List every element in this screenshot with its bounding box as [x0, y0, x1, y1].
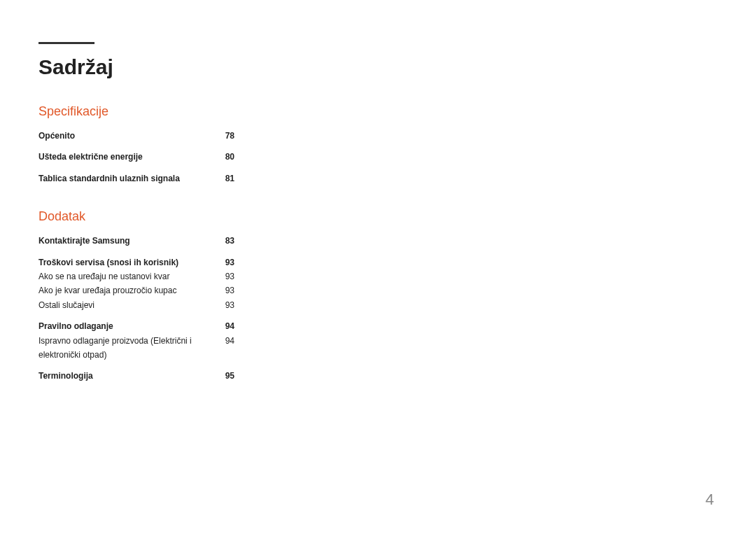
toc-gap [38, 143, 234, 150]
toc-row: Ako je kvar uređaja prouzročio kupac93 [38, 283, 234, 297]
toc-row: Ako se na uređaju ne ustanovi kvar93 [38, 269, 234, 283]
title-rule [38, 42, 94, 44]
section-heading: Specifikacije [38, 104, 718, 119]
toc-page: 81 [220, 171, 234, 185]
toc-page: 95 [220, 369, 234, 383]
toc-page: 93 [220, 298, 234, 312]
toc-label: Kontaktirajte Samsung [38, 234, 220, 248]
toc-gap [38, 164, 234, 171]
toc-row: Općenito78 [38, 129, 234, 143]
toc-label: Pravilno odlaganje [38, 319, 220, 333]
toc-label: Općenito [38, 129, 220, 143]
toc-row: Ispravno odlaganje proizvoda (Električni… [38, 334, 234, 363]
section-heading: Dodatak [38, 209, 718, 224]
toc-page: 94 [220, 319, 234, 333]
toc-row: Terminologija95 [38, 369, 234, 383]
toc-row: Pravilno odlaganje94 [38, 319, 234, 333]
toc-page: 78 [220, 129, 234, 143]
toc-label: Ako je kvar uređaja prouzročio kupac [38, 283, 220, 297]
page-number: 4 [706, 491, 714, 509]
toc-gap [38, 248, 234, 255]
toc-page: 80 [220, 150, 234, 164]
page-title: Sadržaj [38, 55, 718, 79]
toc-label: Ostali slučajevi [38, 298, 220, 312]
toc-label: Ušteda električne energije [38, 150, 220, 164]
toc-page: 93 [220, 269, 234, 283]
toc-page: 94 [220, 334, 234, 363]
toc-sections: SpecifikacijeOpćenito78Ušteda električne… [38, 104, 718, 384]
toc-row: Ostali slučajevi93 [38, 298, 234, 312]
toc-row: Kontaktirajte Samsung83 [38, 234, 234, 248]
toc-page: 93 [220, 283, 234, 297]
toc-label: Terminologija [38, 369, 220, 383]
toc-gap [38, 362, 234, 369]
toc-page: 83 [220, 234, 234, 248]
toc-label: Ako se na uređaju ne ustanovi kvar [38, 269, 220, 283]
toc-block: Kontaktirajte Samsung83Troškovi servisa … [38, 234, 234, 384]
toc-label: Ispravno odlaganje proizvoda (Električni… [38, 334, 220, 363]
toc-row: Ušteda električne energije80 [38, 150, 234, 164]
toc-row: Tablica standardnih ulaznih signala81 [38, 171, 234, 185]
toc-page: 93 [220, 255, 234, 269]
toc-block: Općenito78Ušteda električne energije80Ta… [38, 129, 234, 185]
toc-label: Troškovi servisa (snosi ih korisnik) [38, 255, 220, 269]
toc-label: Tablica standardnih ulaznih signala [38, 171, 220, 185]
toc-gap [38, 312, 234, 319]
toc-row: Troškovi servisa (snosi ih korisnik)93 [38, 255, 234, 269]
